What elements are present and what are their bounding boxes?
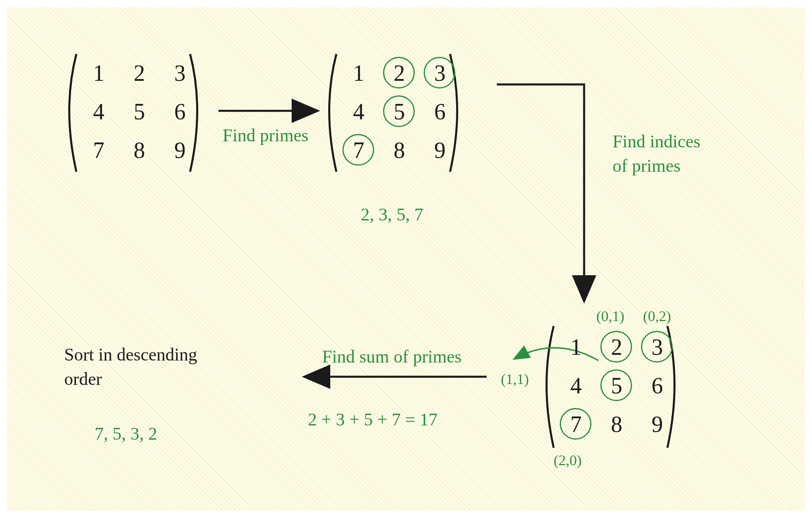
index-label-01: (0,1): [596, 308, 624, 325]
label-primes-list: 2, 3, 5, 7: [361, 204, 423, 226]
m1-c01: 2: [127, 60, 152, 86]
m1-c12: 6: [168, 99, 192, 125]
label-find-indices-2: of primes: [613, 155, 680, 177]
m2-c20: 7: [346, 137, 371, 163]
m3-c00: 1: [564, 334, 588, 360]
m1-c10: 4: [87, 99, 111, 125]
m2-c02: 3: [428, 60, 452, 86]
m2-c11: 5: [387, 99, 411, 125]
m2-c12: 6: [428, 99, 452, 125]
m3-c20: 7: [564, 411, 588, 437]
m1-c02: 3: [168, 60, 192, 86]
diagram-stage: 1 2 3 4 5 6 7 8 9 1 2 3 4 5 6 7 8 9 1 2 …: [7, 7, 805, 511]
m3-c02: 3: [645, 334, 669, 360]
index-label-20: (2,0): [554, 452, 582, 469]
label-sort-2: order: [64, 369, 102, 390]
label-sum-expr: 2 + 3 + 5 + 7 = 17: [308, 409, 437, 431]
label-find-sum: Find sum of primes: [322, 346, 461, 368]
m3-c11: 5: [604, 373, 629, 399]
m2-c00: 1: [346, 60, 371, 86]
m2-c10: 4: [346, 99, 371, 125]
m1-c22: 9: [168, 137, 192, 163]
m1-c11: 5: [127, 99, 152, 125]
label-find-primes: Find primes: [223, 125, 308, 147]
index-label-02: (0,2): [643, 308, 671, 325]
m1-c20: 7: [87, 137, 111, 163]
m3-c22: 9: [645, 411, 669, 437]
label-find-indices-1: Find indices: [613, 131, 700, 153]
m3-c12: 6: [645, 373, 669, 399]
m3-c21: 8: [604, 411, 629, 437]
m1-c21: 8: [127, 137, 152, 163]
index-label-11: (1,1): [501, 371, 529, 388]
m3-c10: 4: [564, 373, 588, 399]
m1-c00: 1: [87, 60, 111, 86]
m2-c01: 2: [387, 60, 411, 86]
m2-c21: 8: [387, 137, 411, 163]
label-sorted-list: 7, 5, 3, 2: [95, 423, 157, 445]
m2-c22: 9: [428, 137, 452, 163]
label-sort-1: Sort in descending: [64, 344, 197, 366]
m3-c01: 2: [604, 334, 629, 360]
